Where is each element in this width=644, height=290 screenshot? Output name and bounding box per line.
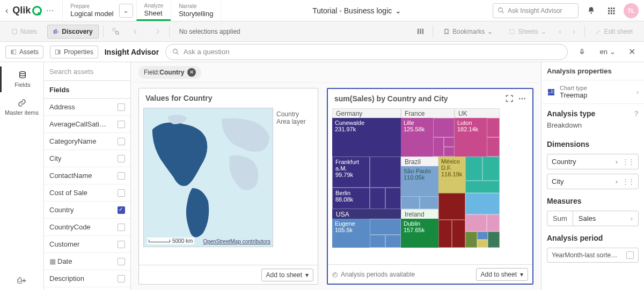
asset-search-input[interactable]: Search assets [44, 62, 130, 80]
bookmark-icon [443, 28, 450, 35]
cell-berlin[interactable]: Berlin88.08k [332, 188, 370, 209]
field-row-costofsale[interactable]: Cost of Sale [44, 184, 130, 202]
cell-cunewalde[interactable]: Cunewalde231.97k [332, 118, 401, 157]
field-row-contactname[interactable]: ContactName [44, 167, 130, 184]
selections-back-icon[interactable] [128, 24, 144, 40]
period-checkbox[interactable] [626, 251, 634, 259]
apps-grid-icon[interactable] [603, 3, 619, 19]
tm-hdr-uk: UK [455, 108, 500, 118]
drag-icon[interactable]: ⋮⋮ [622, 158, 634, 166]
field-row-categoryname[interactable]: CategoryName [44, 133, 130, 150]
field-chip-country[interactable]: Field:Country ✕ [138, 66, 201, 79]
nav-narrate[interactable]: Narrate Storytelling [171, 0, 221, 21]
logo: Qlik [12, 5, 42, 16]
properties-toggle[interactable]: Properties [50, 46, 98, 58]
field-row-description[interactable]: Description [44, 270, 130, 287]
svg-rect-23 [59, 50, 61, 54]
field-row-averagecallsatisfa[interactable]: AverageCallSatisfa... [44, 116, 130, 133]
cell-frankfurt[interactable]: Frankfurt a.M.99.79k [332, 157, 370, 188]
svg-rect-22 [56, 50, 58, 54]
app-title[interactable]: Tutorial - Business logic⌄ [225, 6, 488, 15]
card-menu-icon[interactable]: ⋯ [518, 94, 526, 103]
smart-search-icon[interactable] [108, 24, 124, 40]
map-visual[interactable]: 5000 km OpenStreetMap contributors [143, 108, 273, 247]
svg-point-2 [590, 12, 592, 14]
tm-hdr-germany: Germany [332, 108, 401, 118]
field-checkbox[interactable] [118, 258, 125, 265]
field-checkbox[interactable] [118, 121, 125, 128]
cell-germany-other1[interactable] [370, 157, 401, 188]
fields-tab[interactable]: Fields [0, 66, 43, 92]
field-checkbox[interactable] [118, 103, 125, 111]
selections-forward-icon[interactable] [149, 24, 165, 40]
nav-prepare-caret[interactable]: ⌄ [119, 4, 133, 18]
svg-rect-6 [608, 10, 610, 11]
mic-icon[interactable] [574, 44, 590, 60]
cell-saopaulo[interactable]: São Paulo110.05k [401, 166, 438, 196]
measure-sales[interactable]: Sum Sales› [547, 211, 639, 226]
dimension-city[interactable]: City›⋮⋮ [547, 174, 639, 189]
field-row-date[interactable]: ▦Date [44, 253, 130, 270]
user-avatar[interactable]: TL [624, 3, 639, 18]
sheets-button[interactable]: Sheets⌄ [503, 25, 552, 39]
svg-line-25 [177, 53, 178, 54]
nav-prepare[interactable]: Prepare Logical model [62, 0, 121, 21]
assets-toggle[interactable]: Assets [5, 46, 43, 58]
field-checkbox[interactable] [118, 206, 125, 214]
link-icon [17, 99, 27, 107]
field-checkbox[interactable] [118, 275, 125, 282]
notifications-icon[interactable] [583, 3, 599, 19]
field-row-city[interactable]: City [44, 150, 130, 167]
bookmarks-button[interactable]: Bookmarks⌄ [437, 25, 499, 39]
master-items-tab[interactable]: Master items [0, 94, 43, 120]
treemap-visual[interactable]: Germany Cunewalde231.97k Frankfurt a.M.9… [332, 108, 528, 248]
back-button[interactable]: ‹ [5, 6, 8, 16]
chart-type-row[interactable]: Chart typeTreemap › [541, 80, 644, 104]
field-checkbox[interactable] [118, 189, 125, 197]
add-panel-button[interactable]: ⎙+ [17, 276, 27, 285]
cell-luton[interactable]: Luton182.14k [455, 118, 487, 157]
field-row-address[interactable]: Address [44, 99, 130, 116]
cell-mexico[interactable]: México D.F.118.19k [438, 157, 465, 193]
svg-rect-5 [613, 8, 615, 9]
cell-eugene[interactable]: Eugene105.5k [332, 219, 370, 248]
chip-remove-icon[interactable]: ✕ [187, 68, 196, 77]
field-row-countrycode[interactable]: CountryCode [44, 219, 130, 236]
analysis-type-label: Analysis type [547, 109, 595, 118]
clock-icon: ◴ [332, 271, 338, 278]
discovery-button[interactable]: ıl◦Discovery [47, 25, 98, 39]
field-checkbox[interactable] [118, 224, 125, 231]
field-checkbox[interactable] [118, 241, 125, 248]
analysis-period-select[interactable]: YearMonth-last sorte… [547, 248, 639, 263]
fullscreen-icon[interactable]: ⛶ [506, 94, 513, 103]
selections-tool-icon[interactable] [412, 24, 428, 40]
field-checkbox[interactable] [118, 172, 125, 180]
note-icon [11, 28, 18, 35]
map-add-to-sheet[interactable]: Add to sheet▾ [261, 269, 313, 281]
field-row-customer[interactable]: Customer [44, 236, 130, 253]
svg-rect-11 [613, 12, 615, 14]
sheet-next[interactable]: › [568, 27, 580, 35]
help-icon[interactable]: ? [634, 109, 639, 118]
cell-dublin[interactable]: Dublin157.65k [401, 219, 438, 248]
dimension-country[interactable]: Country›⋮⋮ [547, 154, 639, 169]
tree-add-to-sheet[interactable]: Add to sheet▾ [476, 268, 528, 281]
map-attribution[interactable]: OpenStreetMap contributors [203, 239, 270, 244]
svg-line-1 [502, 11, 503, 13]
field-row-country[interactable]: Country [44, 202, 130, 219]
sheet-prev[interactable]: ‹ [554, 27, 566, 35]
field-checkbox[interactable] [118, 155, 125, 162]
edit-sheet-button[interactable]: Edit sheet [589, 25, 639, 39]
measures-label: Measures [541, 191, 644, 209]
close-advisor[interactable]: ✕ [625, 47, 639, 57]
svg-rect-10 [611, 12, 612, 14]
ask-input[interactable]: Ask a question [165, 44, 567, 60]
top-search[interactable]: Ask Insight Advisor [493, 3, 579, 18]
language-select[interactable]: en⌄ [597, 48, 619, 56]
cell-lille[interactable]: Lille125.58k [401, 118, 433, 157]
field-checkbox[interactable] [118, 138, 125, 145]
drag-icon[interactable]: ⋮⋮ [622, 177, 634, 185]
app-menu-icon[interactable]: ⋯ [46, 6, 54, 15]
nav-analyze[interactable]: Analyze Sheet [136, 0, 171, 21]
notes-button[interactable]: Notes [5, 25, 43, 39]
